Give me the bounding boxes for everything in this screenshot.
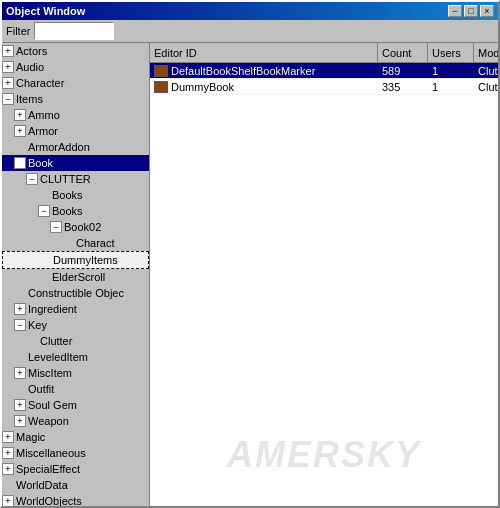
grid-panel: Editor ID Count Users Model DefaultBookS… bbox=[150, 43, 498, 506]
tree-panel[interactable]: +Actors+Audio+Character−Items+Ammo+Armor… bbox=[2, 43, 150, 506]
tree-label-book02: Book02 bbox=[64, 220, 101, 234]
col-header-count[interactable]: Count bbox=[378, 43, 428, 62]
tree-label-actors: Actors bbox=[16, 44, 47, 58]
tree-item-books1[interactable]: Books bbox=[2, 187, 149, 203]
cell-count-0: 589 bbox=[378, 63, 428, 78]
tree-item-ammo[interactable]: +Ammo bbox=[2, 107, 149, 123]
cell-editor-id-1: DummyBook bbox=[150, 79, 378, 94]
expander-items[interactable]: − bbox=[2, 93, 14, 105]
tree-label-worldobjects: WorldObjects bbox=[16, 494, 82, 506]
tree-label-armor: Armor bbox=[28, 124, 58, 138]
col-header-editor-id[interactable]: Editor ID bbox=[150, 43, 378, 62]
col-header-users[interactable]: Users bbox=[428, 43, 474, 62]
tree-item-book02[interactable]: −Book02 bbox=[2, 219, 149, 235]
filter-input[interactable] bbox=[34, 22, 114, 40]
cell-count-1: 335 bbox=[378, 79, 428, 94]
tree-label-book: Book bbox=[28, 156, 53, 170]
tree-item-books2[interactable]: −Books bbox=[2, 203, 149, 219]
tree-label-clutter: CLUTTER bbox=[40, 172, 91, 186]
tree-label-books1: Books bbox=[52, 188, 83, 202]
expander-books2[interactable]: − bbox=[38, 205, 50, 217]
tree-label-outfit: Outfit bbox=[28, 382, 54, 396]
tree-label-elderscroll: ElderScroll bbox=[52, 270, 105, 284]
tree-item-audio[interactable]: +Audio bbox=[2, 59, 149, 75]
tree-label-items: Items bbox=[16, 92, 43, 106]
expander-weapon[interactable]: + bbox=[14, 415, 26, 427]
expander-ammo[interactable]: + bbox=[14, 109, 26, 121]
row-icon-1 bbox=[154, 81, 168, 93]
tree-item-specialeffect[interactable]: +SpecialEffect bbox=[2, 461, 149, 477]
tree-item-soulgem[interactable]: +Soul Gem bbox=[2, 397, 149, 413]
watermark: AMERSKY bbox=[227, 434, 421, 476]
tree-item-magic[interactable]: +Magic bbox=[2, 429, 149, 445]
tree-label-leveleditem: LeveledItem bbox=[28, 350, 88, 364]
tree-label-books2: Books bbox=[52, 204, 83, 218]
tree-item-miscellaneous[interactable]: +Miscellaneous bbox=[2, 445, 149, 461]
tree-label-miscitem: MiscItem bbox=[28, 366, 72, 380]
expander-character[interactable]: + bbox=[2, 77, 14, 89]
tree-item-outfit[interactable]: Outfit bbox=[2, 381, 149, 397]
close-button[interactable]: × bbox=[480, 5, 494, 17]
expander-key[interactable]: − bbox=[14, 319, 26, 331]
grid-row-0[interactable]: DefaultBookShelfBookMarker 589 1 Clutter… bbox=[150, 63, 498, 79]
tree-label-ammo: Ammo bbox=[28, 108, 60, 122]
tree-item-clutter[interactable]: −CLUTTER bbox=[2, 171, 149, 187]
expander-worldobjects[interactable]: + bbox=[2, 495, 14, 506]
expander-book02[interactable]: − bbox=[50, 221, 62, 233]
row-icon-0 bbox=[154, 65, 168, 77]
grid-row-1[interactable]: DummyBook 335 1 Clutter\D bbox=[150, 79, 498, 95]
tree-item-key[interactable]: −Key bbox=[2, 317, 149, 333]
cell-model-1: Clutter\D bbox=[474, 79, 498, 94]
col-header-model[interactable]: Model bbox=[474, 43, 498, 62]
tree-item-character[interactable]: +Character bbox=[2, 75, 149, 91]
expander-miscellaneous[interactable]: + bbox=[2, 447, 14, 459]
grid-body: DefaultBookShelfBookMarker 589 1 Clutter… bbox=[150, 63, 498, 95]
title-bar: Object Window − □ × bbox=[2, 2, 498, 20]
tree-label-audio: Audio bbox=[16, 60, 44, 74]
tree-label-clutter2: Clutter bbox=[40, 334, 72, 348]
expander-miscitem[interactable]: + bbox=[14, 367, 26, 379]
tree-item-items[interactable]: −Items bbox=[2, 91, 149, 107]
tree-item-worldobjects[interactable]: +WorldObjects bbox=[2, 493, 149, 506]
grid-header: Editor ID Count Users Model bbox=[150, 43, 498, 63]
minimize-button[interactable]: − bbox=[448, 5, 462, 17]
tree-item-ingredient[interactable]: +Ingredient bbox=[2, 301, 149, 317]
cell-users-1: 1 bbox=[428, 79, 474, 94]
tree-item-actors[interactable]: +Actors bbox=[2, 43, 149, 59]
expander-soulgem[interactable]: + bbox=[14, 399, 26, 411]
expander-actors[interactable]: + bbox=[2, 45, 14, 57]
tree-item-clutter2[interactable]: Clutter bbox=[2, 333, 149, 349]
tree-item-leveleditem[interactable]: LeveledItem bbox=[2, 349, 149, 365]
tree-item-book[interactable]: −Book bbox=[2, 155, 149, 171]
expander-ingredient[interactable]: + bbox=[14, 303, 26, 315]
cell-model-0: Clutter\D bbox=[474, 63, 498, 78]
expander-clutter[interactable]: − bbox=[26, 173, 38, 185]
expander-book[interactable]: − bbox=[14, 157, 26, 169]
tree-label-weapon: Weapon bbox=[28, 414, 69, 428]
tree-label-ingredient: Ingredient bbox=[28, 302, 77, 316]
tree-item-constructible[interactable]: Constructible Objec bbox=[2, 285, 149, 301]
expander-magic[interactable]: + bbox=[2, 431, 14, 443]
object-window: Object Window − □ × Filter +Actors+Audio… bbox=[0, 0, 500, 508]
tree-item-miscitem[interactable]: +MiscItem bbox=[2, 365, 149, 381]
tree-item-charact[interactable]: Charact bbox=[2, 235, 149, 251]
tree-item-armor[interactable]: +Armor bbox=[2, 123, 149, 139]
expander-armor[interactable]: + bbox=[14, 125, 26, 137]
tree-label-magic: Magic bbox=[16, 430, 45, 444]
filter-bar: Filter bbox=[2, 20, 498, 42]
maximize-button[interactable]: □ bbox=[464, 5, 478, 17]
tree-label-dummyitems: DummyItems bbox=[53, 253, 118, 267]
tree-label-soulgem: Soul Gem bbox=[28, 398, 77, 412]
tree-item-armoraddon[interactable]: ArmorAddon bbox=[2, 139, 149, 155]
tree-item-weapon[interactable]: +Weapon bbox=[2, 413, 149, 429]
expander-audio[interactable]: + bbox=[2, 61, 14, 73]
tree-item-elderscroll[interactable]: ElderScroll bbox=[2, 269, 149, 285]
tree-item-dummyitems[interactable]: DummyItems bbox=[2, 251, 149, 269]
tree-label-miscellaneous: Miscellaneous bbox=[16, 446, 86, 460]
tree-label-worlddata: WorldData bbox=[16, 478, 68, 492]
tree-label-armoraddon: ArmorAddon bbox=[28, 140, 90, 154]
tree-label-charact: Charact bbox=[76, 236, 115, 250]
tree-label-key: Key bbox=[28, 318, 47, 332]
tree-item-worlddata[interactable]: WorldData bbox=[2, 477, 149, 493]
expander-specialeffect[interactable]: + bbox=[2, 463, 14, 475]
